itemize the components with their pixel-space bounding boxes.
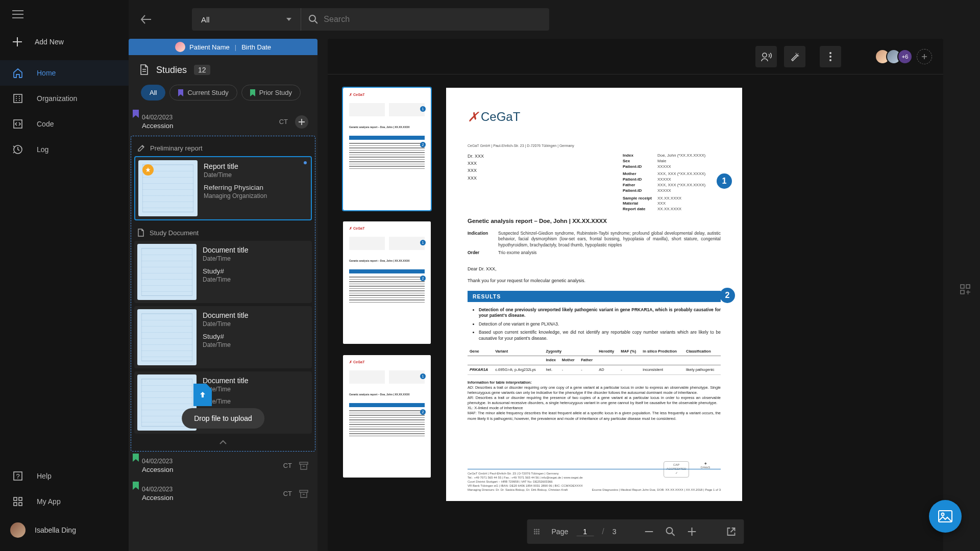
zoom-in-button[interactable] — [685, 528, 698, 536]
document-card[interactable]: Document title Date/Time Study# Date/Tim… — [134, 241, 312, 303]
hamburger-menu-icon[interactable] — [12, 10, 129, 18]
svg-rect-29 — [961, 290, 964, 294]
study-row[interactable]: 04/02/2023 Accession CT — [129, 108, 317, 136]
svg-point-12 — [763, 53, 767, 57]
nav-label: Organization — [37, 94, 77, 103]
interpretation-block: Information for table interpretation: AD… — [468, 380, 721, 421]
search-input[interactable] — [324, 15, 542, 24]
document-page[interactable]: ✗CeGaT CeGaT GmbH | Paul-Ehrlich-Str. 23… — [446, 88, 742, 501]
variants-table: GeneVariant Zygosity HeredityMAF (%) in … — [468, 347, 721, 374]
apps-icon — [12, 496, 24, 507]
card-title: Document title — [203, 377, 308, 385]
nav-item-help[interactable]: ? Help — [0, 463, 129, 489]
svg-point-26 — [666, 528, 672, 534]
page-total: 3 — [612, 528, 617, 536]
study-row[interactable]: 04/02/2023 Accession CT — [129, 480, 317, 508]
nav-user[interactable]: Isabella Ding — [0, 514, 129, 546]
add-new-label: Add New — [35, 38, 64, 46]
page-thumbnail-2[interactable]: ✗ CeGaT 1 Genetic analysis report – Doe,… — [343, 221, 431, 344]
back-button[interactable] — [136, 9, 156, 30]
card-line3: Referring Physician — [204, 184, 307, 191]
avatar-overflow[interactable]: +6 — [897, 49, 913, 64]
open-external-icon — [726, 527, 736, 536]
help-icon: ? — [12, 470, 24, 482]
study-accession: Accession — [142, 494, 283, 502]
drag-handle-icon[interactable] — [533, 528, 541, 535]
user-name: Isabella Ding — [35, 526, 76, 534]
archive-icon[interactable] — [299, 462, 308, 470]
search-scope-dropdown[interactable]: All — [192, 8, 301, 31]
filter-chip-current[interactable]: Current Study — [169, 85, 237, 101]
plus-icon — [298, 118, 305, 126]
code-icon — [12, 118, 24, 130]
filter-chip-all[interactable]: All — [141, 85, 165, 101]
more-vertical-icon — [829, 52, 831, 61]
grid-plus-icon — [960, 284, 972, 296]
nav-item-code[interactable]: Code — [0, 111, 129, 137]
card-subtitle: Date/Time — [203, 386, 308, 393]
document-viewer: +6 ✗ CeGaT 1 Genetic analysis report – D… — [328, 39, 943, 551]
svg-rect-7 — [14, 503, 17, 506]
open-external-button[interactable] — [724, 527, 738, 536]
nav-label: Home — [37, 69, 56, 77]
zoom-reset-button[interactable] — [663, 527, 677, 537]
page-label: Page — [552, 528, 569, 536]
zoom-out-button[interactable] — [643, 531, 655, 532]
nav-item-my-app[interactable]: My App — [0, 489, 129, 514]
patient-header[interactable]: Patient Name | Birth Date — [129, 39, 317, 55]
document-card[interactable]: Document title Date/Time Date/Time — [134, 371, 312, 434]
archive-icon[interactable] — [299, 490, 308, 498]
report-card[interactable]: Report title Date/Time Referring Physici… — [134, 156, 312, 220]
chevron-down-icon — [286, 18, 291, 21]
nav-item-home[interactable]: Home — [0, 60, 129, 86]
collapse-button[interactable] — [134, 437, 312, 445]
card-line3: Study# — [203, 267, 308, 275]
study-modality: CT — [283, 490, 292, 497]
study-modality: CT — [279, 118, 288, 126]
indication-text: Suspected Schinzel-Giedion syndrome, Rub… — [498, 231, 721, 248]
plus-icon — [688, 528, 696, 536]
nav-item-organization[interactable]: Organization — [0, 86, 129, 111]
main-column: All Patient Name | Birth Date Studies — [129, 0, 980, 551]
status-dot — [304, 161, 307, 164]
topbar: All — [129, 0, 980, 39]
card-line4: Date/Time — [203, 398, 308, 405]
nav-item-log[interactable]: Log — [0, 137, 129, 162]
svg-point-19 — [538, 533, 540, 535]
plus-icon — [12, 37, 22, 47]
search-icon — [308, 14, 318, 24]
bookmark-icon — [133, 110, 139, 118]
dictation-button[interactable] — [755, 46, 777, 67]
card-title: Document title — [203, 311, 308, 319]
badge-2: 2 — [720, 288, 735, 303]
filter-chip-prior[interactable]: Prior Study — [241, 85, 301, 101]
doc-toolbar: +6 — [328, 39, 943, 74]
more-options-button[interactable] — [820, 46, 841, 67]
badge-1: 1 — [717, 173, 732, 189]
page-thumbnail-3[interactable]: ✗ CeGaT 1 Genetic analysis report – Doe,… — [343, 355, 431, 478]
patient-meta-box: IndexDoe, John (*XX.XX.XXXX) SexMale Pat… — [623, 153, 715, 212]
add-collaborator-button[interactable] — [917, 49, 932, 64]
add-new-button[interactable]: Add New — [0, 23, 129, 60]
document-card[interactable]: Document title Date/Time Study# Date/Tim… — [134, 306, 312, 368]
svg-point-18 — [538, 529, 540, 531]
svg-rect-27 — [961, 285, 964, 288]
document-icon — [137, 229, 144, 237]
page-thumbnails: ✗ CeGaT 1 Genetic analysis report – Doe,… — [343, 88, 431, 538]
svg-rect-25 — [645, 531, 653, 532]
patient-name: Patient Name — [189, 43, 230, 51]
add-widget-button[interactable] — [960, 284, 972, 296]
page-footer: CeGaT GmbH | Paul-Ehrlich-Str. 23 | D-72… — [468, 469, 721, 492]
ai-button[interactable] — [784, 46, 805, 67]
study-accession: Accession — [142, 466, 283, 473]
home-icon — [12, 67, 24, 79]
page-number-input[interactable] — [576, 528, 594, 536]
logo: ✗CeGaT — [468, 108, 721, 126]
expand-study-button[interactable] — [295, 115, 308, 129]
page-thumbnail-1[interactable]: ✗ CeGaT 1 Genetic analysis report – Doe,… — [343, 88, 431, 210]
image-fab-button[interactable] — [929, 500, 962, 533]
card-line4: Managing Organization — [204, 192, 307, 199]
study-modality: CT — [283, 462, 292, 469]
study-row[interactable]: 04/02/2023 Accession CT — [129, 452, 317, 480]
nav-label: Help — [37, 472, 52, 480]
